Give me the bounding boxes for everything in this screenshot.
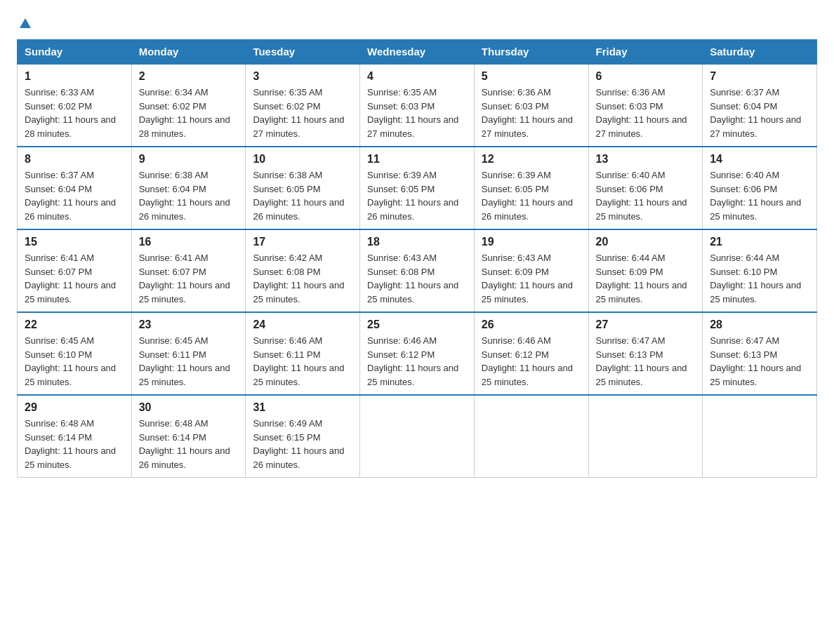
day-number: 20 <box>596 236 696 248</box>
day-info: Sunrise: 6:40 AM Sunset: 6:06 PM Dayligh… <box>596 168 696 223</box>
day-info: Sunrise: 6:42 AM Sunset: 6:08 PM Dayligh… <box>253 251 352 306</box>
day-number: 31 <box>253 401 352 414</box>
calendar-day-cell: 27 Sunrise: 6:47 AM Sunset: 6:13 PM Dayl… <box>588 312 703 395</box>
day-info: Sunrise: 6:38 AM Sunset: 6:04 PM Dayligh… <box>139 168 239 223</box>
day-number: 19 <box>482 236 581 248</box>
calendar-day-cell: 11 Sunrise: 6:39 AM Sunset: 6:05 PM Dayl… <box>360 147 475 229</box>
calendar-day-cell: 19 Sunrise: 6:43 AM Sunset: 6:09 PM Dayl… <box>474 229 588 312</box>
calendar-day-cell: 21 Sunrise: 6:44 AM Sunset: 6:10 PM Dayl… <box>703 229 817 312</box>
day-info: Sunrise: 6:34 AM Sunset: 6:02 PM Dayligh… <box>139 86 239 140</box>
calendar-week-row: 15 Sunrise: 6:41 AM Sunset: 6:07 PM Dayl… <box>18 229 817 312</box>
day-number: 9 <box>139 153 239 166</box>
calendar-week-row: 22 Sunrise: 6:45 AM Sunset: 6:10 PM Dayl… <box>18 312 817 395</box>
day-info: Sunrise: 6:36 AM Sunset: 6:03 PM Dayligh… <box>482 86 581 140</box>
day-number: 3 <box>253 70 352 83</box>
calendar-day-cell: 26 Sunrise: 6:46 AM Sunset: 6:12 PM Dayl… <box>474 312 588 395</box>
calendar-day-cell <box>474 395 588 478</box>
day-info: Sunrise: 6:45 AM Sunset: 6:10 PM Dayligh… <box>25 334 124 389</box>
day-info: Sunrise: 6:48 AM Sunset: 6:14 PM Dayligh… <box>25 417 124 471</box>
day-info: Sunrise: 6:37 AM Sunset: 6:04 PM Dayligh… <box>710 86 809 140</box>
calendar-day-cell: 13 Sunrise: 6:40 AM Sunset: 6:06 PM Dayl… <box>588 147 703 229</box>
calendar-day-cell: 16 Sunrise: 6:41 AM Sunset: 6:07 PM Dayl… <box>131 229 246 312</box>
day-info: Sunrise: 6:37 AM Sunset: 6:04 PM Dayligh… <box>25 168 124 223</box>
calendar-day-cell: 23 Sunrise: 6:45 AM Sunset: 6:11 PM Dayl… <box>131 312 246 395</box>
calendar-day-cell: 9 Sunrise: 6:38 AM Sunset: 6:04 PM Dayli… <box>131 147 246 229</box>
page-header <box>17 17 817 28</box>
day-info: Sunrise: 6:44 AM Sunset: 6:09 PM Dayligh… <box>596 251 696 306</box>
day-number: 27 <box>596 318 696 331</box>
calendar-day-cell: 6 Sunrise: 6:36 AM Sunset: 6:03 PM Dayli… <box>588 64 703 147</box>
day-info: Sunrise: 6:39 AM Sunset: 6:05 PM Dayligh… <box>482 168 581 223</box>
day-info: Sunrise: 6:49 AM Sunset: 6:15 PM Dayligh… <box>253 417 352 471</box>
day-number: 23 <box>139 318 239 331</box>
day-info: Sunrise: 6:41 AM Sunset: 6:07 PM Dayligh… <box>139 251 239 306</box>
day-info: Sunrise: 6:41 AM Sunset: 6:07 PM Dayligh… <box>25 251 124 306</box>
day-info: Sunrise: 6:46 AM Sunset: 6:11 PM Dayligh… <box>253 334 352 389</box>
calendar-week-row: 29 Sunrise: 6:48 AM Sunset: 6:14 PM Dayl… <box>18 395 817 478</box>
calendar-day-cell: 31 Sunrise: 6:49 AM Sunset: 6:15 PM Dayl… <box>246 395 360 478</box>
weekday-header: Friday <box>588 40 703 65</box>
day-number: 15 <box>25 236 124 248</box>
day-info: Sunrise: 6:44 AM Sunset: 6:10 PM Dayligh… <box>710 251 809 306</box>
day-info: Sunrise: 6:40 AM Sunset: 6:06 PM Dayligh… <box>710 168 809 223</box>
calendar-day-cell: 15 Sunrise: 6:41 AM Sunset: 6:07 PM Dayl… <box>18 229 132 312</box>
calendar-header: SundayMondayTuesdayWednesdayThursdayFrid… <box>18 40 817 65</box>
svg-marker-0 <box>20 18 31 28</box>
day-number: 29 <box>25 401 124 414</box>
calendar-day-cell: 3 Sunrise: 6:35 AM Sunset: 6:02 PM Dayli… <box>246 64 360 147</box>
day-number: 28 <box>710 318 809 331</box>
day-number: 5 <box>482 70 581 83</box>
calendar-day-cell: 25 Sunrise: 6:46 AM Sunset: 6:12 PM Dayl… <box>360 312 475 395</box>
calendar-day-cell: 4 Sunrise: 6:35 AM Sunset: 6:03 PM Dayli… <box>360 64 475 147</box>
day-number: 30 <box>139 401 239 414</box>
calendar-table: SundayMondayTuesdayWednesdayThursdayFrid… <box>17 39 817 478</box>
weekday-header: Thursday <box>474 40 588 65</box>
weekday-header: Sunday <box>18 40 132 65</box>
day-number: 26 <box>482 318 581 331</box>
calendar-day-cell: 7 Sunrise: 6:37 AM Sunset: 6:04 PM Dayli… <box>703 64 817 147</box>
day-number: 25 <box>367 318 467 331</box>
day-number: 18 <box>367 236 467 248</box>
calendar-day-cell: 20 Sunrise: 6:44 AM Sunset: 6:09 PM Dayl… <box>588 229 703 312</box>
weekday-header: Monday <box>131 40 246 65</box>
calendar-body: 1 Sunrise: 6:33 AM Sunset: 6:02 PM Dayli… <box>18 64 817 478</box>
day-number: 2 <box>139 70 239 83</box>
day-info: Sunrise: 6:35 AM Sunset: 6:03 PM Dayligh… <box>367 86 467 140</box>
calendar-day-cell: 29 Sunrise: 6:48 AM Sunset: 6:14 PM Dayl… <box>18 395 132 478</box>
calendar-day-cell: 8 Sunrise: 6:37 AM Sunset: 6:04 PM Dayli… <box>18 147 132 229</box>
calendar-day-cell: 2 Sunrise: 6:34 AM Sunset: 6:02 PM Dayli… <box>131 64 246 147</box>
calendar-day-cell: 30 Sunrise: 6:48 AM Sunset: 6:14 PM Dayl… <box>131 395 246 478</box>
weekday-header: Wednesday <box>360 40 475 65</box>
day-number: 13 <box>596 153 696 166</box>
day-info: Sunrise: 6:48 AM Sunset: 6:14 PM Dayligh… <box>139 417 239 471</box>
day-info: Sunrise: 6:47 AM Sunset: 6:13 PM Dayligh… <box>710 334 809 389</box>
day-info: Sunrise: 6:45 AM Sunset: 6:11 PM Dayligh… <box>139 334 239 389</box>
day-number: 12 <box>482 153 581 166</box>
calendar-week-row: 8 Sunrise: 6:37 AM Sunset: 6:04 PM Dayli… <box>18 147 817 229</box>
day-number: 8 <box>25 153 124 166</box>
calendar-day-cell: 28 Sunrise: 6:47 AM Sunset: 6:13 PM Dayl… <box>703 312 817 395</box>
calendar-day-cell: 24 Sunrise: 6:46 AM Sunset: 6:11 PM Dayl… <box>246 312 360 395</box>
calendar-day-cell: 22 Sunrise: 6:45 AM Sunset: 6:10 PM Dayl… <box>18 312 132 395</box>
day-info: Sunrise: 6:38 AM Sunset: 6:05 PM Dayligh… <box>253 168 352 223</box>
day-number: 21 <box>710 236 809 248</box>
day-number: 11 <box>367 153 467 166</box>
day-number: 7 <box>710 70 809 83</box>
logo-icon <box>17 17 34 31</box>
calendar-day-cell <box>360 395 475 478</box>
day-info: Sunrise: 6:47 AM Sunset: 6:13 PM Dayligh… <box>596 334 696 389</box>
day-info: Sunrise: 6:43 AM Sunset: 6:09 PM Dayligh… <box>482 251 581 306</box>
calendar-day-cell: 5 Sunrise: 6:36 AM Sunset: 6:03 PM Dayli… <box>474 64 588 147</box>
calendar-day-cell <box>588 395 703 478</box>
calendar-week-row: 1 Sunrise: 6:33 AM Sunset: 6:02 PM Dayli… <box>18 64 817 147</box>
day-number: 1 <box>25 70 124 83</box>
calendar-day-cell: 17 Sunrise: 6:42 AM Sunset: 6:08 PM Dayl… <box>246 229 360 312</box>
day-number: 17 <box>253 236 352 248</box>
day-info: Sunrise: 6:39 AM Sunset: 6:05 PM Dayligh… <box>367 168 467 223</box>
day-number: 10 <box>253 153 352 166</box>
day-number: 6 <box>596 70 696 83</box>
weekday-header: Tuesday <box>246 40 360 65</box>
day-number: 14 <box>710 153 809 166</box>
day-number: 24 <box>253 318 352 331</box>
day-number: 22 <box>25 318 124 331</box>
